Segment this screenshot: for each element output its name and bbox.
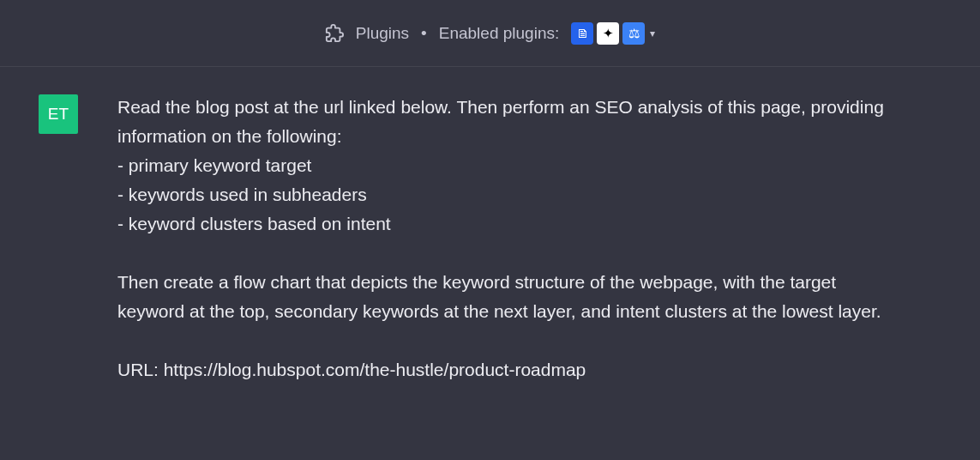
puzzle-icon [325,24,344,43]
plugin-icon-3[interactable]: ⚖ [622,22,645,45]
chevron-down-icon[interactable]: ▾ [650,27,655,39]
plugin-icon-2[interactable]: ✦ [597,22,619,45]
message-para-2: Then create a flow chart that depicts th… [117,268,894,326]
separator-dot: • [421,24,427,43]
message-url-line: URL: https://blog.hubspot.com/the-hustle… [117,355,894,384]
plugin-icon-1[interactable]: 🗎 [571,22,593,45]
message-bullet-3: - keyword clusters based on intent [117,209,894,239]
message-bullet-2: - keywords used in subheaders [117,180,894,209]
message-content: Read the blog post at the url linked bel… [117,93,894,384]
user-message-row: ET Read the blog post at the url linked … [0,67,980,410]
plugins-label: Plugins [356,24,409,43]
avatar: ET [39,94,78,134]
plugin-icons-group[interactable]: 🗎 ✦ ⚖ ▾ [571,22,655,45]
message-bullet-1: - primary keyword target [117,151,894,180]
enabled-plugins-label: Enabled plugins: [439,24,560,43]
message-line-intro: Read the blog post at the url linked bel… [117,93,894,151]
plugins-header: Plugins • Enabled plugins: 🗎 ✦ ⚖ ▾ [0,0,980,67]
